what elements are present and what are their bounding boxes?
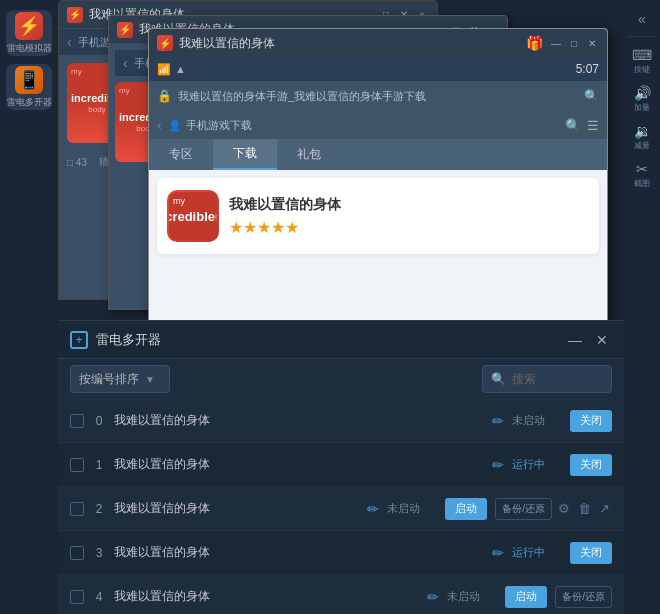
menu-icon[interactable]: ☰ — [587, 118, 599, 133]
multi-header-controls: — ✕ — [564, 332, 612, 348]
win1-back-icon[interactable]: ‹ — [67, 34, 72, 50]
instance-row-4: 4 我难以置信的身体 ✏ 未启动 启动 备份/还原 — [58, 575, 624, 614]
instance-status-0: 未启动 — [512, 413, 562, 428]
search-input[interactable]: 搜索 — [512, 371, 536, 388]
instance-num-4: 4 — [92, 590, 106, 604]
instance-num-0: 0 — [92, 414, 106, 428]
delete-icon-2[interactable]: 🗑 — [576, 499, 593, 518]
multi-opener-icon-box[interactable]: 📱 雷电多开器 — [6, 64, 52, 110]
tab-zone[interactable]: 专区 — [149, 140, 213, 169]
win3-close[interactable]: ✕ — [585, 36, 599, 50]
win3-tab-bar: 专区 下载 礼包 — [149, 139, 607, 170]
search-box-icon: 🔍 — [491, 372, 506, 386]
instance-check-3[interactable] — [70, 546, 84, 560]
instance-num-2: 2 — [92, 502, 106, 516]
win1-app-icon: ⚡ — [67, 7, 83, 23]
instance-edit-3[interactable]: ✏ — [492, 545, 504, 561]
app-name: 我难以置信的身体 — [229, 196, 589, 214]
instance-row-2: 2 我难以置信的身体 ✏ 未启动 启动 备份/还原 ⚙ 🗑 ↗ — [58, 487, 624, 531]
multi-opener-icon: 📱 — [15, 66, 43, 94]
app-card: my incredible body 我难以置信的身体 ★★★★★ — [157, 178, 599, 254]
instance-edit-2[interactable]: ✏ — [367, 501, 379, 517]
app-card-icon: my incredible body — [167, 190, 219, 242]
instance-status-3: 运行中 — [512, 545, 562, 560]
win3-addr-text: 我难以置信的身体手游_我难以置信的身体手游下载 — [178, 89, 578, 104]
search-icon[interactable]: 🔍 — [584, 89, 599, 103]
instance-extra-actions-2: 备份/还原 ⚙ 🗑 ↗ — [495, 498, 612, 520]
left-sidebar: ⚡ 雷电模拟器 📱 雷电多开器 — [0, 0, 58, 614]
instance-check-0[interactable] — [70, 414, 84, 428]
win3-nav-label: 👤 手机游戏下载 — [168, 118, 252, 133]
app-info: 我难以置信的身体 ★★★★★ — [229, 196, 589, 237]
instance-edit-1[interactable]: ✏ — [492, 457, 504, 473]
keyboard-button[interactable]: ⌨ 按键 — [624, 43, 660, 79]
win3-status-bar: 📶 ▲ 5:07 — [149, 57, 607, 81]
signal-icon: ▲ — [175, 63, 186, 75]
person-icon: 👤 — [168, 119, 182, 132]
gift-icon[interactable]: 🎁 — [526, 35, 543, 51]
win3-controls: — □ ✕ — [549, 36, 599, 50]
status-icons-group: 📶 ▲ — [157, 63, 186, 76]
sort-dropdown[interactable]: 按编号排序 ▼ — [70, 365, 170, 393]
multi-opener-header: + 雷电多开器 — ✕ — [58, 321, 624, 359]
instance-close-btn-3[interactable]: 关闭 — [570, 542, 612, 564]
lock-icon: 🔒 — [157, 89, 172, 103]
collapse-icon[interactable]: « — [628, 8, 656, 30]
instance-list: 0 我难以置信的身体 ✏ 未启动 关闭 1 我难以置信的身体 ✏ 运行中 关闭 … — [58, 399, 624, 614]
win3-nav-actions: 🔍 ☰ — [565, 118, 599, 133]
search-box: 🔍 搜索 — [482, 365, 612, 393]
multi-close[interactable]: ✕ — [592, 332, 612, 348]
win3-maximize[interactable]: □ — [567, 36, 581, 50]
win3-minimize[interactable]: — — [549, 36, 563, 50]
instance-edit-4[interactable]: ✏ — [427, 589, 439, 605]
emulator-icon: ⚡ — [15, 12, 43, 40]
win3-app-icon: ⚡ — [157, 35, 173, 51]
instance-start-btn-4[interactable]: 启动 — [505, 586, 547, 608]
wifi-icon: 📶 — [157, 63, 171, 76]
backup-btn-2[interactable]: 备份/还原 — [495, 498, 552, 520]
keyboard-icon: ⌨ — [632, 47, 652, 63]
win3-back-icon[interactable]: ‹ — [157, 117, 162, 133]
instance-check-4[interactable] — [70, 590, 84, 604]
instance-name-3: 我难以置信的身体 — [114, 544, 484, 561]
tab-gift[interactable]: 礼包 — [277, 140, 341, 169]
instance-close-btn-1[interactable]: 关闭 — [570, 454, 612, 476]
emulator-icon-box[interactable]: ⚡ 雷电模拟器 — [6, 10, 52, 56]
instance-row-3: 3 我难以置信的身体 ✏ 运行中 关闭 — [58, 531, 624, 575]
instance-close-btn-0[interactable]: 关闭 — [570, 410, 612, 432]
search-icon-2[interactable]: 🔍 — [565, 118, 581, 133]
win3-titlebar: ⚡ 我难以置信的身体 🎁 — □ ✕ — [149, 29, 607, 57]
instance-name-2: 我难以置信的身体 — [114, 500, 359, 517]
win2-back-icon[interactable]: ‹ — [123, 55, 128, 71]
instance-status-4: 未启动 — [447, 589, 497, 604]
instance-check-2[interactable] — [70, 502, 84, 516]
instance-name-4: 我难以置信的身体 — [114, 588, 419, 605]
windows-area: ⚡ 我难以置信的身体 — □ ✕ « ‹ 手机游戏下载 my incredibl… — [58, 0, 624, 320]
instance-row-0: 0 我难以置信的身体 ✏ 未启动 关闭 — [58, 399, 624, 443]
volume-up-button[interactable]: 🔊 加量 — [624, 81, 660, 117]
tab-download[interactable]: 下载 — [213, 139, 277, 170]
multi-toolbar: 按编号排序 ▼ 🔍 搜索 — [58, 359, 624, 399]
win3-title: 我难以置信的身体 — [179, 35, 520, 52]
incredible-logo: my incredible body — [169, 192, 217, 240]
win3-inner-nav: ‹ 👤 手机游戏下载 🔍 ☰ — [149, 111, 607, 139]
export-icon-2[interactable]: ↗ — [597, 499, 612, 518]
multi-opener-header-icon: + — [70, 331, 88, 349]
settings-icon-2[interactable]: ⚙ — [556, 499, 572, 518]
instance-name-0: 我难以置信的身体 — [114, 412, 484, 429]
instance-status-1: 运行中 — [512, 457, 562, 472]
multi-opener-panel: + 雷电多开器 — ✕ 按编号排序 ▼ 🔍 搜索 0 我难以置信的身体 ✏ 未启… — [58, 320, 624, 614]
star-rating: ★★★★★ — [229, 218, 589, 237]
volume-down-icon: 🔉 — [634, 123, 651, 139]
backup-btn-4[interactable]: 备份/还原 — [555, 586, 612, 608]
win2-app-icon: ⚡ — [117, 22, 133, 38]
instance-start-btn-2[interactable]: 启动 — [445, 498, 487, 520]
screenshot-button[interactable]: ✂ 截图 — [624, 157, 660, 193]
instance-check-1[interactable] — [70, 458, 84, 472]
volume-down-button[interactable]: 🔉 减量 — [624, 119, 660, 155]
emulator-label: 雷电模拟器 — [7, 42, 52, 55]
instance-edit-0[interactable]: ✏ — [492, 413, 504, 429]
instance-num-1: 1 — [92, 458, 106, 472]
multi-minimize[interactable]: — — [564, 332, 586, 348]
multi-opener-title: 雷电多开器 — [96, 331, 556, 349]
